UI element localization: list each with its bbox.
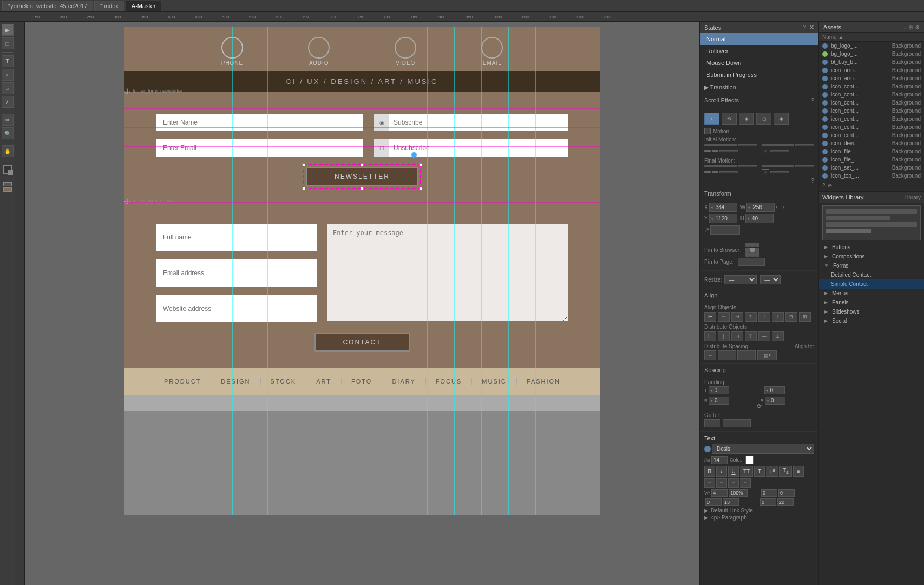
align-center-v[interactable]: ⊥ xyxy=(758,312,770,322)
distribute-6[interactable]: ⊥ xyxy=(772,332,784,341)
align-center-h[interactable]: ⊣ xyxy=(718,312,730,322)
padding-r-decrement[interactable]: ◂ xyxy=(765,399,770,402)
motion-checkbox[interactable] xyxy=(704,128,711,134)
widget-section-forms[interactable]: ▼ Forms xyxy=(819,261,924,270)
tab-1[interactable]: *yorhekin_website_45 cc2017 xyxy=(2,1,93,11)
asset-item-0[interactable]: bg_logo_... Background xyxy=(819,42,924,50)
tab-3[interactable]: A-Master xyxy=(126,1,162,11)
pin-browser-dots[interactable] xyxy=(745,243,759,257)
asset-item-5[interactable]: icon_cont... Background xyxy=(819,82,924,90)
tt-btn[interactable]: TT xyxy=(740,466,753,477)
padding-t-input[interactable] xyxy=(713,387,729,394)
spacing-num-2[interactable] xyxy=(778,489,795,497)
sup-btn[interactable]: Ta xyxy=(766,466,778,477)
w-value-input[interactable] xyxy=(751,203,774,211)
t-btn[interactable]: T xyxy=(754,466,765,477)
crop-tool[interactable]: □ xyxy=(2,37,14,49)
widget-section-compositions[interactable]: ▶ Compositions xyxy=(819,252,924,261)
x-value-input[interactable] xyxy=(714,203,737,211)
va-input[interactable] xyxy=(711,489,728,497)
footer-nav-music[interactable]: MUSIC xyxy=(472,378,516,385)
widget-section-buttons[interactable]: ▶ Buttons xyxy=(819,243,924,252)
padding-l-input[interactable] xyxy=(769,387,784,394)
pct-input[interactable] xyxy=(729,489,748,497)
newsletter-button[interactable]: NEWSLETTER xyxy=(306,167,418,186)
canvas-scroll-area[interactable]: PHONE AUDIO VIDEO EMAIL xyxy=(25,22,699,585)
distribute-4[interactable]: ⊤ xyxy=(745,332,757,341)
paragraph-row[interactable]: ▶ <p> Paragraph xyxy=(704,515,814,521)
text-color-swatch[interactable] xyxy=(745,456,754,464)
padding-l-decrement[interactable]: ◂ xyxy=(765,388,769,392)
states-close-icon[interactable]: ✕ xyxy=(809,24,814,31)
y-decrement[interactable]: ◂ xyxy=(710,217,714,220)
asset-item-4[interactable]: icon_arro... Background xyxy=(819,74,924,82)
assets-info-icon[interactable]: ? xyxy=(822,183,825,188)
spacing-v-input[interactable] xyxy=(738,352,755,359)
align-right-btn[interactable]: ≡ xyxy=(728,478,739,487)
subscribe-input[interactable] xyxy=(389,116,568,128)
footer-nav-art[interactable]: ART xyxy=(306,378,342,385)
footer-nav-diary[interactable]: DIARY xyxy=(382,378,425,385)
asset-item-11[interactable]: icon_cont... Background xyxy=(819,131,924,139)
asset-item-6[interactable]: icon_cont... Background xyxy=(819,90,924,99)
angle-input[interactable] xyxy=(710,225,740,235)
footer-nav-product[interactable]: PRODUCT xyxy=(154,378,211,385)
h-decrement[interactable]: ◂ xyxy=(746,217,750,220)
spacing-num-5[interactable] xyxy=(760,498,776,506)
assets-sort-icon[interactable]: ↕ xyxy=(903,24,906,30)
pen-tool[interactable]: ✏ xyxy=(2,114,14,126)
align-bottom[interactable]: ⊥ xyxy=(772,312,784,322)
asset-item-9[interactable]: icon_cont... Background xyxy=(819,115,924,123)
fx-icon-1[interactable]: ↕ xyxy=(704,113,719,125)
contact-button[interactable]: CONTACT xyxy=(314,333,409,352)
asset-item-12[interactable]: icon_devi... Background xyxy=(819,139,924,147)
pin-page-input[interactable] xyxy=(738,258,765,266)
state-rollover[interactable]: Rollover xyxy=(700,45,818,57)
scroll-effects-link-icon[interactable]: ? xyxy=(811,178,814,184)
align-left-btn[interactable]: ≡ xyxy=(704,478,715,487)
spacing-num-4[interactable] xyxy=(723,498,739,506)
states-info-icon[interactable]: ? xyxy=(803,24,806,30)
scroll-effects-info[interactable]: ? xyxy=(811,98,814,103)
gutter-h-input[interactable] xyxy=(705,420,720,427)
widget-item-simple-contact[interactable]: Simple Contact xyxy=(819,280,924,289)
footer-nav-stock[interactable]: STOCK xyxy=(261,378,307,385)
asset-item-16[interactable]: icon_top_... Background xyxy=(819,172,924,180)
name-input[interactable] xyxy=(156,114,363,131)
align-to-select[interactable]: ▤ ▾ xyxy=(757,350,777,360)
padding-b-input[interactable] xyxy=(713,397,729,404)
asset-item-13[interactable]: icon_file_... Background xyxy=(819,147,924,155)
italic-btn[interactable]: I xyxy=(716,466,727,477)
distribute-1[interactable]: ⊢ xyxy=(704,332,716,341)
resize-select[interactable]: — Stretch Scale xyxy=(724,275,757,284)
nav-icon-audio[interactable]: AUDIO xyxy=(308,37,330,66)
widget-section-social[interactable]: ▶ Social xyxy=(819,316,924,326)
sub-btn[interactable]: Ta xyxy=(779,466,792,477)
spacing-num-6[interactable] xyxy=(777,498,794,506)
asset-item-2[interactable]: bt_buy_b... Background xyxy=(819,58,924,66)
widget-section-slideshows[interactable]: ▶ Slideshows xyxy=(819,307,924,316)
transition-header[interactable]: ▶ Transition xyxy=(700,81,818,94)
spacing-h-input[interactable] xyxy=(718,352,736,359)
rect-tool[interactable]: ▫ xyxy=(2,69,14,81)
x-decrement[interactable]: ◂ xyxy=(710,205,714,209)
align-center-btn[interactable]: ≡ xyxy=(716,478,727,487)
email-input[interactable] xyxy=(156,139,363,157)
list-btn[interactable]: ≡ xyxy=(793,466,804,477)
assets-settings-icon[interactable]: ⚙ xyxy=(915,24,920,30)
state-mousedown[interactable]: Mouse Down xyxy=(700,57,818,69)
widget-section-menus[interactable]: ▶ Menus xyxy=(819,289,924,298)
align-extra-2[interactable]: ⊞ xyxy=(799,312,811,322)
h-value-input[interactable] xyxy=(750,214,773,223)
nav-icon-phone[interactable]: PHONE xyxy=(221,37,244,66)
widget-item-detailed-contact[interactable]: Detailed Contact xyxy=(819,270,924,280)
align-right[interactable]: ⊣ xyxy=(731,312,743,322)
contact-website-input[interactable] xyxy=(156,295,317,322)
widget-section-panels[interactable]: ▶ Panels xyxy=(819,298,924,307)
asset-item-1[interactable]: bg_logo_... Background xyxy=(819,50,924,58)
unsubscribe-input[interactable] xyxy=(389,142,568,154)
final-motion-input-2[interactable] xyxy=(795,165,814,167)
align-extra-1[interactable]: ⊟ xyxy=(785,312,797,322)
fx-icon-4[interactable]: ◻ xyxy=(756,113,771,125)
asset-item-15[interactable]: icon_set_... Background xyxy=(819,164,924,172)
